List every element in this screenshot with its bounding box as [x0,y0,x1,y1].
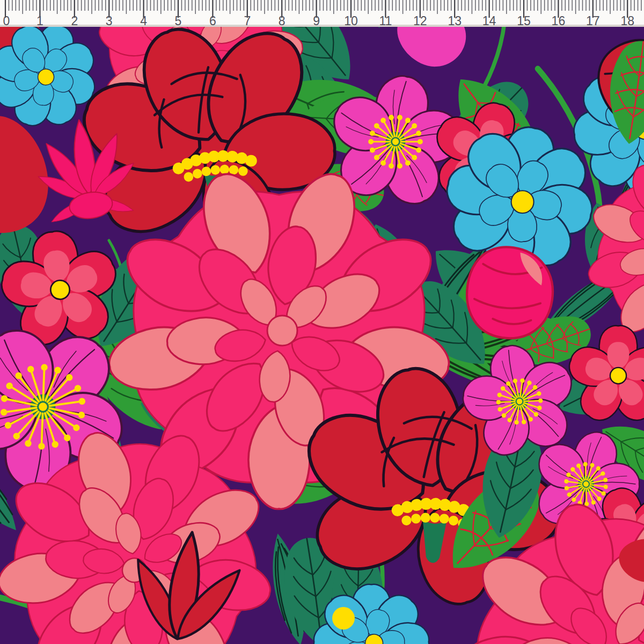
ruler-number: 3 [106,14,113,27]
ruler-number: 8 [279,14,286,27]
ruler-number: 7 [244,14,251,27]
ruler-number: 4 [140,14,147,27]
ruler-number: 11 [379,14,392,27]
ruler-number: 10 [344,14,358,27]
ruler-number: 9 [313,14,320,27]
fabric-photo: 0123456789101112131415161718 [0,0,644,644]
ruler-number: 17 [586,14,600,27]
ruler-number: 0 [3,14,10,27]
ruler-number: 1 [36,14,43,27]
dot-shape [332,607,355,630]
fabric-pattern [0,0,644,644]
ruler-number: 5 [175,14,182,27]
ruler-number: 16 [552,14,566,27]
ruler-number: 15 [517,14,531,27]
ruler-number: 13 [448,14,462,27]
ruler-number: 14 [482,14,496,27]
ruler-number: 18 [620,14,634,27]
ruler-number: 6 [209,14,216,27]
ruler: 0123456789101112131415161718 [0,0,644,27]
ruler-number: 2 [71,14,78,27]
ruler-number: 12 [413,14,427,27]
